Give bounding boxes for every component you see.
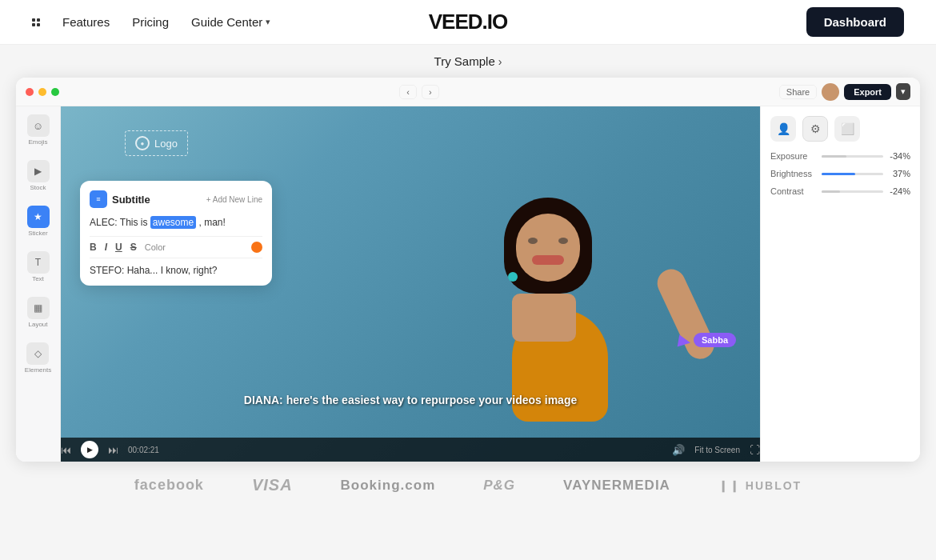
chevron-down-icon: ▾: [266, 17, 270, 27]
user-avatar: [822, 83, 839, 101]
subtitle-format-bar: B I U S Color: [90, 236, 262, 258]
contrast-value: -24%: [888, 186, 910, 196]
video-subject: [504, 150, 712, 422]
subtitle-panel-title: Subtitle: [112, 194, 150, 206]
cursor-sabba: ▶ Sabba: [678, 330, 736, 350]
brightness-slider[interactable]: [822, 173, 883, 175]
brand-visa: VISA: [252, 476, 293, 494]
subtitle-panel: ≡ Subtitle + Add New Line ALEC: This is …: [80, 181, 272, 286]
subtitle-label-pill: ≡ Subtitle: [90, 190, 150, 208]
editor-back-button[interactable]: ‹: [399, 85, 417, 99]
smile: [532, 255, 564, 265]
brand-booking: Booking.com: [341, 478, 436, 494]
sabba-cursor-arrow: ▶: [677, 330, 692, 350]
panel-tabs: 👤 ⚙ ⬜: [770, 116, 910, 142]
playback-time: 00:02:21: [128, 446, 159, 454]
underline-button[interactable]: U: [115, 242, 122, 253]
editor-forward-button[interactable]: ›: [422, 85, 439, 99]
subtitle-panel-header: ≡ Subtitle + Add New Line: [90, 190, 262, 208]
dashboard-button[interactable]: Dashboard: [806, 7, 904, 37]
face: [516, 214, 580, 282]
play-button[interactable]: ▶: [81, 441, 98, 458]
subtitle-highlight: awesome: [150, 216, 196, 229]
exposure-row: Exposure -34%: [770, 151, 910, 161]
sidebar-item-stock[interactable]: ▶ Stock: [27, 160, 50, 191]
exposure-fill: [822, 155, 846, 158]
brand-facebook: facebook: [134, 477, 204, 494]
brand-hublot: ❙❙ HUBLOT: [718, 479, 802, 492]
sidebar-item-emojis[interactable]: ☺ Emojis: [27, 114, 50, 146]
panel-tab-adjustments[interactable]: ⚙: [802, 116, 828, 142]
panel-tab-person[interactable]: 👤: [770, 116, 796, 142]
sidebar-item-sticker[interactable]: ★ Sticker: [27, 206, 50, 237]
color-picker[interactable]: [251, 242, 262, 253]
brand-vaynermedia: VAYNERMEDIA: [563, 478, 670, 494]
fullscreen-button[interactable]: ⛶: [750, 444, 760, 456]
logo-label: Logo: [154, 138, 178, 150]
eye-left: [528, 238, 538, 244]
sabba-cursor-badge: Sabba: [694, 333, 736, 347]
navbar: Features Pricing Guide Center ▾ VEED.IO …: [0, 0, 936, 45]
sidebar-item-elements[interactable]: ◇ Elements: [25, 342, 51, 374]
fit-screen-button[interactable]: Fit to Screen: [694, 446, 740, 454]
bold-button[interactable]: B: [90, 242, 97, 253]
subtitle-overlay: DIANA: here's the easiest way to repurpo…: [61, 386, 760, 414]
strikethrough-button[interactable]: S: [130, 242, 137, 253]
exposure-slider[interactable]: [822, 155, 883, 158]
nav-pricing-link[interactable]: Pricing: [132, 15, 169, 29]
italic-button[interactable]: I: [105, 242, 107, 253]
nav-guide-center-link[interactable]: Guide Center ▾: [191, 15, 270, 29]
exposure-label: Exposure: [770, 151, 817, 161]
share-button[interactable]: Share: [779, 85, 817, 99]
sidebar-item-text[interactable]: T Text: [27, 251, 50, 282]
contrast-slider[interactable]: [822, 190, 883, 193]
traffic-light-red[interactable]: [26, 88, 34, 96]
subtitle-icon: ≡: [90, 190, 107, 208]
nav-features-link[interactable]: Features: [62, 15, 110, 29]
brightness-value: 37%: [888, 169, 910, 178]
skip-forward-button[interactable]: ⏭: [108, 444, 118, 456]
brightness-row: Brightness 37%: [770, 169, 910, 178]
brands-bar: facebook VISA Booking.com P&G VAYNERMEDI…: [0, 462, 936, 502]
grid-icon[interactable]: [32, 18, 40, 26]
site-logo[interactable]: VEED.IO: [429, 10, 507, 34]
editor-right-panel: 👤 ⚙ ⬜ Exposure -34% Brightness 37%: [760, 106, 920, 462]
earring: [508, 272, 518, 282]
try-sample-bar: Try Sample ›: [0, 45, 936, 78]
logo-overlay: ● Logo: [125, 130, 188, 156]
sidebar-item-layout[interactable]: ▦ Layout: [27, 297, 50, 328]
try-sample-link[interactable]: Try Sample ›: [434, 54, 502, 68]
logo-circle-icon: ●: [135, 136, 150, 150]
neck-area: [512, 294, 576, 342]
nav-left: Features Pricing Guide Center ▾: [32, 15, 270, 29]
subtitle-line-1: ALEC: This is awesome , man!: [90, 216, 262, 230]
playback-controls: ⏮ ▶ ⏭ 00:02:21 🔊 Fit to Screen ⛶: [61, 438, 760, 462]
subtitle-display: DIANA: here's the easiest way to repurpo…: [244, 394, 577, 406]
add-new-line-button[interactable]: + Add New Line: [206, 195, 262, 204]
contrast-row: Contrast -24%: [770, 186, 910, 196]
volume-button[interactable]: 🔊: [672, 444, 685, 456]
traffic-light-green[interactable]: [51, 88, 59, 96]
export-button[interactable]: Export: [844, 84, 891, 100]
eye-right: [558, 238, 568, 244]
skip-back-button[interactable]: ⏮: [61, 444, 71, 456]
brand-pg: P&G: [483, 478, 515, 494]
contrast-fill: [822, 190, 840, 193]
color-label: Color: [145, 242, 166, 252]
arrow-right-icon: ›: [498, 55, 502, 68]
logo-dot: ●: [141, 140, 145, 147]
logo-placeholder[interactable]: ● Logo: [125, 130, 188, 156]
editor-wrapper: ‹ › Share Export ▾ ☺ Emojis ▶ Stock ★ St…: [16, 78, 920, 462]
exposure-value: -34%: [888, 151, 910, 161]
export-options-button[interactable]: ▾: [896, 83, 910, 100]
contrast-label: Contrast: [770, 186, 817, 196]
brightness-label: Brightness: [770, 169, 817, 178]
brightness-fill: [822, 173, 855, 175]
traffic-light-yellow[interactable]: [38, 88, 46, 96]
editor-sidebar: ☺ Emojis ▶ Stock ★ Sticker T Text ▦ Layo…: [16, 106, 61, 462]
subtitle-line-2: STEFO: Haha... I know, right?: [90, 265, 262, 276]
editor-topbar: ‹ › Share Export ▾: [16, 78, 920, 106]
panel-tab-crop[interactable]: ⬜: [834, 116, 860, 142]
